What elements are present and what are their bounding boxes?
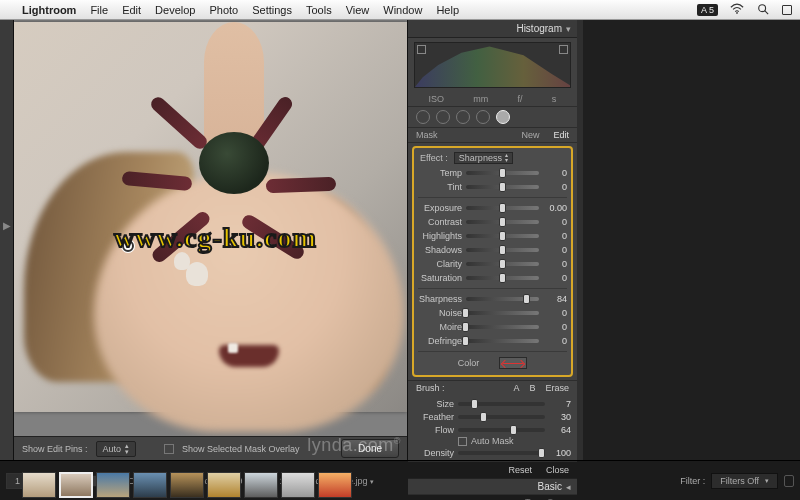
mask-overlay-checkbox[interactable] [164,444,174,454]
filter-value: Filters Off [720,476,759,486]
slider-label: Sharpness [418,294,462,304]
slider-value: 0 [543,308,567,318]
slider-label: Clarity [418,259,462,269]
slider-value: 0 [543,168,567,178]
thumbnail[interactable] [96,472,130,498]
brush-a-button[interactable]: A [513,383,519,393]
menu-file[interactable]: File [90,4,108,16]
brush-erase-button[interactable]: Erase [545,383,569,393]
histogram-graph[interactable] [414,42,571,88]
adobe-badge-icon[interactable]: A 5 [697,4,718,16]
app-name[interactable]: Lightroom [22,4,76,16]
slider-clarity[interactable] [466,262,539,266]
tool-spot-icon[interactable] [436,110,450,124]
color-swatch[interactable] [499,357,527,369]
slider-label: Contrast [418,217,462,227]
slider-value: 0 [543,259,567,269]
slider-label: Size [414,399,454,409]
thumbnail[interactable] [207,472,241,498]
menu-settings[interactable]: Settings [252,4,292,16]
chevron-left-icon: ◂ [566,482,571,492]
thumbnail[interactable] [281,472,315,498]
basic-panel-header[interactable]: Basic ◂ [408,478,577,494]
slider-label: Highlights [418,231,462,241]
menu-edit[interactable]: Edit [122,4,141,16]
right-scrollbar[interactable] [577,20,583,460]
brush-label: Brush : [416,383,445,393]
effect-value: Sharpness [459,153,502,163]
density-value: 100 [549,448,571,458]
tool-crop-icon[interactable] [416,110,430,124]
thumbnail[interactable] [244,472,278,498]
panel-reset-button[interactable]: Reset [508,465,532,475]
menu-help[interactable]: Help [436,4,459,16]
slider-moire[interactable] [466,325,539,329]
slider-value: 0 [543,322,567,332]
tool-gradient-icon[interactable] [476,110,490,124]
slider-value: 0 [543,182,567,192]
histogram-readout: ISOmmf/s [408,92,577,107]
filter-lock-icon[interactable] [784,475,794,487]
slider-defringe[interactable] [466,339,539,343]
svg-line-2 [765,10,768,13]
slider-saturation[interactable] [466,276,539,280]
brush-b-button[interactable]: B [529,383,535,393]
thumbnail[interactable] [22,472,56,498]
menu-photo[interactable]: Photo [209,4,238,16]
density-slider[interactable] [458,451,545,455]
menu-window[interactable]: Window [383,4,422,16]
density-label: Density [414,448,454,458]
show-edit-pins-label: Show Edit Pins : [22,444,88,454]
show-edit-pins-select[interactable]: Auto ▴▾ [96,441,137,457]
thumbnail-selected[interactable] [59,472,93,498]
slider-label: Tint [418,182,462,192]
effect-select[interactable]: Sharpness ▴▾ [454,152,513,164]
menu-tools[interactable]: Tools [306,4,332,16]
slider-shadows[interactable] [466,248,539,252]
main-photo[interactable]: www.cg-ku.com [14,22,407,412]
slider-flow[interactable] [458,428,545,432]
tool-redeye-icon[interactable] [456,110,470,124]
slider-label: Saturation [418,273,462,283]
effect-sliders-group: Effect : Sharpness ▴▾ Temp0Tint0 Exposur… [412,146,573,377]
wifi-icon[interactable] [730,3,744,17]
mask-new-button[interactable]: New [521,130,539,140]
left-panel-collapsed[interactable]: ▶ [0,20,14,460]
spotlight-icon[interactable] [756,3,770,17]
tone-curve-header[interactable]: Tone Curve [408,494,577,500]
slider-temp[interactable] [466,171,539,175]
slider-label: Exposure [418,203,462,213]
menubar-extra-icon[interactable] [782,5,792,15]
slider-size[interactable] [458,402,545,406]
slider-sharpness[interactable] [466,297,539,301]
chevron-down-icon: ▾ [370,478,374,485]
expand-left-icon[interactable]: ▶ [3,220,11,231]
slider-noise[interactable] [466,311,539,315]
filter-select[interactable]: Filters Off ▾ [711,473,778,489]
histogram-clip-right-icon[interactable] [559,45,568,54]
panel-close-button[interactable]: Close [546,465,569,475]
slider-value: 84 [543,294,567,304]
slider-exposure[interactable] [466,206,539,210]
basic-title: Basic [538,481,562,492]
slider-label: Shadows [418,245,462,255]
histogram-clip-left-icon[interactable] [417,45,426,54]
slider-highlights[interactable] [466,234,539,238]
auto-mask-checkbox[interactable] [458,437,467,446]
slider-label: Defringe [418,336,462,346]
thumbnail[interactable] [133,472,167,498]
histogram-header[interactable]: Histogram ▾ [408,20,577,38]
menu-develop[interactable]: Develop [155,4,195,16]
slider-value: 0 [543,217,567,227]
slider-tint[interactable] [466,185,539,189]
tone-curve-title: Tone Curve [525,497,571,501]
tool-brush-icon[interactable] [496,110,510,124]
slider-feather[interactable] [458,415,545,419]
thumbnail[interactable] [170,472,204,498]
menu-view[interactable]: View [346,4,370,16]
chevron-updown-icon: ▴▾ [505,153,508,163]
mask-edit-button[interactable]: Edit [553,130,569,140]
slider-contrast[interactable] [466,220,539,224]
slider-value: 64 [549,425,571,435]
thumbnail[interactable] [318,472,352,498]
